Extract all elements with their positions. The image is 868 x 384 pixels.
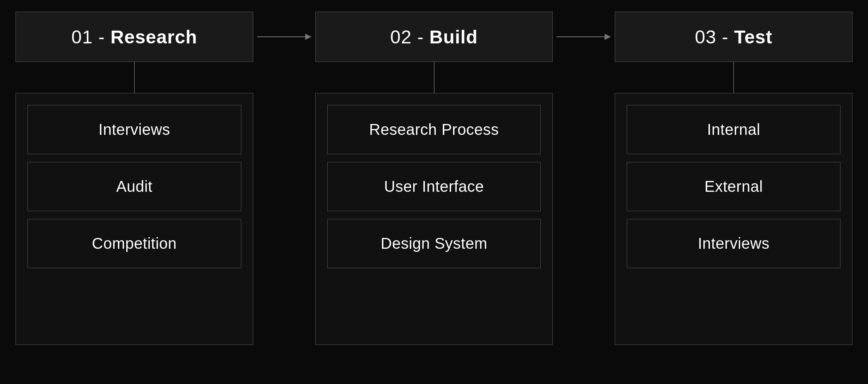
phase-box-test: 03 - Test	[615, 12, 853, 62]
arrow-line-2	[557, 36, 605, 37]
vertical-line-research	[134, 62, 135, 93]
connector-row	[15, 62, 853, 93]
sub-item-competition: Competition	[28, 219, 241, 268]
connector-test	[615, 62, 853, 93]
phase-build-title: 02 - Build	[390, 26, 478, 48]
sub-item-internal: Internal	[627, 105, 840, 154]
vertical-line-build	[434, 62, 435, 93]
sub-item-test-interviews: Interviews	[627, 219, 840, 268]
sub-item-design-system: Design System	[327, 219, 541, 268]
arrow-1	[257, 34, 311, 40]
sub-container-build: Research Process User Interface Design S…	[315, 93, 553, 345]
top-row: 01 - Research 02 - Build 03	[15, 12, 853, 62]
sub-item-interviews: Interviews	[28, 105, 241, 154]
sub-item-user-interface: User Interface	[327, 162, 541, 211]
sub-item-external: External	[627, 162, 840, 211]
sub-row: Interviews Audit Competition Research Pr…	[15, 93, 853, 372]
arrow-2-container	[553, 34, 615, 40]
connector-research	[15, 62, 253, 93]
arrow-head-1	[305, 34, 311, 40]
arrow-2	[557, 34, 611, 40]
arrow-1-container	[253, 34, 315, 40]
phase-test-title: 03 - Test	[695, 26, 772, 48]
sub-item-audit: Audit	[28, 162, 241, 211]
arrow-line-1	[257, 36, 305, 37]
phase-research-title: 01 - Research	[71, 26, 197, 48]
sub-container-test: Internal External Interviews	[615, 93, 853, 345]
vertical-line-test	[733, 62, 734, 93]
arrow-head-2	[605, 34, 611, 40]
connector-build	[315, 62, 553, 93]
diagram-container: 01 - Research 02 - Build 03	[15, 12, 853, 372]
sub-item-research-process: Research Process	[327, 105, 541, 154]
phase-box-research: 01 - Research	[15, 12, 253, 62]
phase-box-build: 02 - Build	[315, 12, 553, 62]
sub-container-research: Interviews Audit Competition	[15, 93, 253, 345]
